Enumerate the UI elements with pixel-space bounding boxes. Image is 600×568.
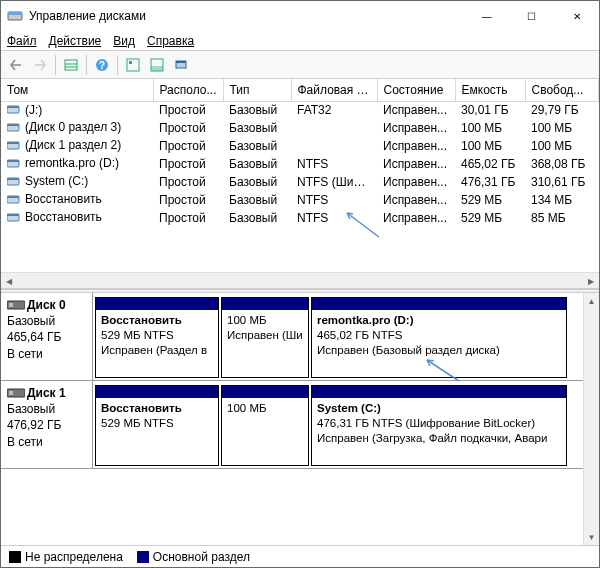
disk-icon <box>7 387 23 399</box>
close-button[interactable]: ✕ <box>554 1 599 31</box>
volume-capacity: 100 МБ <box>455 137 525 155</box>
volume-icon <box>7 139 21 154</box>
volume-free: 310,61 ГБ <box>525 173 599 191</box>
svg-rect-8 <box>129 61 132 64</box>
volume-status: Исправен... <box>377 191 455 209</box>
disk-status: В сети <box>7 346 86 362</box>
col-status[interactable]: Состояние <box>377 79 455 101</box>
titlebar: Управление дисками — ☐ ✕ <box>1 1 599 31</box>
help-button[interactable]: ? <box>91 54 113 76</box>
disk-capacity: 465,64 ГБ <box>7 329 86 345</box>
col-volume[interactable]: Том <box>1 79 153 101</box>
volume-capacity: 100 МБ <box>455 119 525 137</box>
volume-fs: FAT32 <box>291 101 377 119</box>
partition-size: 100 МБ <box>227 313 303 328</box>
table-row[interactable]: (Диск 0 раздел 3)ПростойБазовыйИсправен.… <box>1 119 599 137</box>
partition[interactable]: 100 МБ <box>221 385 309 466</box>
volume-status: Исправен... <box>377 101 455 119</box>
partition[interactable]: Восстановить529 МБ NTFSИсправен (Раздел … <box>95 297 219 378</box>
legend-unallocated: Не распределена <box>9 550 123 564</box>
partition-stripe <box>222 298 308 310</box>
svg-rect-10 <box>151 66 163 71</box>
svg-rect-7 <box>127 59 139 71</box>
volume-fs: NTFS <box>291 191 377 209</box>
disk-label[interactable]: Диск 0Базовый465,64 ГБВ сети <box>1 293 93 380</box>
menu-view[interactable]: Вид <box>113 34 135 48</box>
graphical-view-button[interactable] <box>146 54 168 76</box>
volume-name: remontka.pro (D:) <box>25 156 119 170</box>
back-button[interactable] <box>5 54 27 76</box>
volume-name: Восстановить <box>25 192 102 206</box>
horizontal-scrollbar[interactable]: ◀▶ <box>1 272 599 288</box>
volume-type: Базовый <box>223 209 291 227</box>
col-layout[interactable]: Располо... <box>153 79 223 101</box>
volume-icon <box>7 103 21 118</box>
volume-capacity: 465,02 ГБ <box>455 155 525 173</box>
volume-status: Исправен... <box>377 155 455 173</box>
svg-rect-16 <box>7 124 19 126</box>
volume-status: Исправен... <box>377 137 455 155</box>
column-headers[interactable]: Том Располо... Тип Файловая с... Состоян… <box>1 79 599 101</box>
maximize-button[interactable]: ☐ <box>509 1 554 31</box>
svg-rect-30 <box>9 391 13 395</box>
table-row[interactable]: (Диск 1 раздел 2)ПростойБазовыйИсправен.… <box>1 137 599 155</box>
menu-file[interactable]: Файл <box>7 34 37 48</box>
volume-icon <box>7 121 21 136</box>
table-row[interactable]: remontka.pro (D:)ПростойБазовыйNTFSИспра… <box>1 155 599 173</box>
partition[interactable]: remontka.pro (D:)465,02 ГБ NTFSИсправен … <box>311 297 567 378</box>
volume-list[interactable]: Том Располо... Тип Файловая с... Состоян… <box>1 79 599 289</box>
volume-name: (J:) <box>25 103 42 117</box>
svg-rect-18 <box>7 142 19 144</box>
col-fs[interactable]: Файловая с... <box>291 79 377 101</box>
refresh-button[interactable] <box>170 54 192 76</box>
disk-label[interactable]: Диск 1Базовый476,92 ГБВ сети <box>1 381 93 468</box>
partition-status: Исправен (Базовый раздел диска) <box>317 343 561 358</box>
volume-fs: NTFS <box>291 155 377 173</box>
menubar: Файл Действие Вид Справка <box>1 31 599 51</box>
partition[interactable]: 100 МБИсправен (Ши <box>221 297 309 378</box>
volume-type: Базовый <box>223 137 291 155</box>
forward-button[interactable] <box>29 54 51 76</box>
menu-action[interactable]: Действие <box>49 34 102 48</box>
col-capacity[interactable]: Емкость <box>455 79 525 101</box>
vertical-scrollbar[interactable]: ▲▼ <box>583 293 599 545</box>
menu-help[interactable]: Справка <box>147 34 194 48</box>
toolbar: ? <box>1 51 599 79</box>
partition-stripe <box>222 386 308 398</box>
table-row[interactable]: (J:)ПростойБазовыйFAT32Исправен...30,01 … <box>1 101 599 119</box>
volume-free: 134 МБ <box>525 191 599 209</box>
partition-size: 465,02 ГБ NTFS <box>317 328 561 343</box>
col-free[interactable]: Свобод... <box>525 79 599 101</box>
volume-type: Базовый <box>223 191 291 209</box>
volume-layout: Простой <box>153 137 223 155</box>
partition-stripe <box>96 298 218 310</box>
volume-fs <box>291 119 377 137</box>
volume-capacity: 476,31 ГБ <box>455 173 525 191</box>
legend-primary: Основной раздел <box>137 550 250 564</box>
svg-rect-14 <box>7 106 19 108</box>
volume-type: Базовый <box>223 173 291 191</box>
volume-layout: Простой <box>153 173 223 191</box>
volume-layout: Простой <box>153 191 223 209</box>
volume-fs: NTFS <box>291 209 377 227</box>
volume-status: Исправен... <box>377 119 455 137</box>
minimize-button[interactable]: — <box>464 1 509 31</box>
graphical-view[interactable]: Диск 0Базовый465,64 ГБВ сетиВосстановить… <box>1 293 599 545</box>
svg-rect-1 <box>8 12 22 15</box>
partition[interactable]: Восстановить529 МБ NTFS <box>95 385 219 466</box>
volume-list-button[interactable] <box>122 54 144 76</box>
disk-row[interactable]: Диск 1Базовый476,92 ГБВ сетиВосстановить… <box>1 381 599 469</box>
table-row[interactable]: ВосстановитьПростойБазовыйNTFSИсправен..… <box>1 191 599 209</box>
partition[interactable]: System (C:)476,31 ГБ NTFS (Шифрование Bi… <box>311 385 567 466</box>
volume-name: (Диск 1 раздел 2) <box>25 138 121 152</box>
table-row[interactable]: System (C:)ПростойБазовыйNTFS (Шиф...Исп… <box>1 173 599 191</box>
partition-size: 529 МБ NTFS <box>101 416 213 431</box>
volume-free: 368,08 ГБ <box>525 155 599 173</box>
details-view-button[interactable] <box>60 54 82 76</box>
svg-rect-2 <box>65 60 77 70</box>
disk-row[interactable]: Диск 0Базовый465,64 ГБВ сетиВосстановить… <box>1 293 599 381</box>
col-type[interactable]: Тип <box>223 79 291 101</box>
table-row[interactable]: ВосстановитьПростойБазовыйNTFSИсправен..… <box>1 209 599 227</box>
disk-name: Диск 1 <box>27 385 66 401</box>
partition-stripe <box>96 386 218 398</box>
